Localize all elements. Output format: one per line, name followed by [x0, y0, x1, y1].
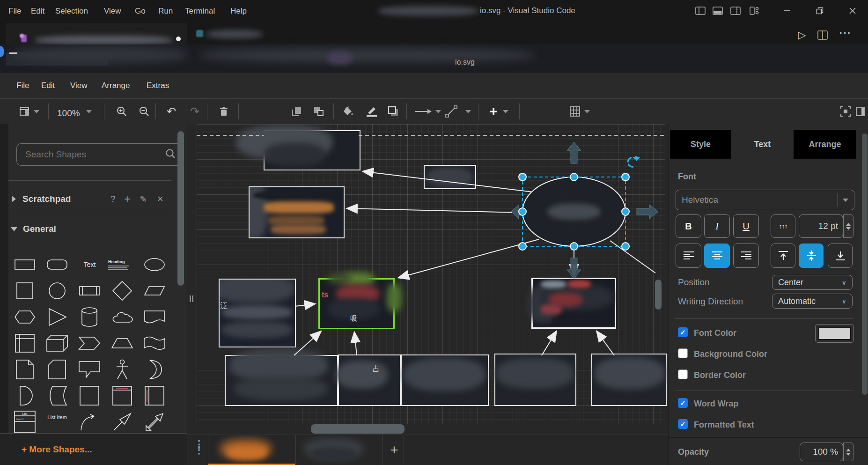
zoom-level[interactable]: 100% — [57, 108, 85, 118]
shape-card[interactable] — [43, 358, 71, 381]
shape-or[interactable] — [140, 358, 169, 381]
word-wrap-checkbox[interactable]: ✓ — [678, 398, 688, 408]
scratchpad-help-icon[interactable]: ? — [110, 189, 116, 209]
menu-edit[interactable]: Edit — [26, 0, 49, 22]
shadow-icon[interactable] — [386, 104, 401, 118]
format-panel-scrollbar[interactable] — [862, 133, 868, 395]
shape-directional-arrow[interactable] — [108, 410, 136, 434]
menu-file[interactable]: File — [4, 0, 26, 22]
menu-help[interactable]: Help — [226, 0, 251, 22]
waypoints-dropdown[interactable] — [464, 104, 472, 118]
drawio-menu-edit[interactable]: Edit — [41, 73, 55, 98]
valign-bottom-button[interactable] — [828, 244, 853, 268]
view-panel-dropdown[interactable] — [33, 104, 40, 118]
shape-ellipse[interactable] — [140, 253, 169, 276]
shape-step[interactable] — [75, 332, 103, 355]
menu-terminal[interactable]: Terminal — [180, 0, 220, 22]
split-editor-icon[interactable] — [817, 30, 828, 42]
position-select[interactable]: Center∨ — [772, 275, 853, 290]
canvas-horizontal-scrollbar[interactable] — [311, 424, 405, 434]
connection-icon[interactable] — [414, 104, 433, 118]
shape-rectangle[interactable] — [11, 253, 39, 276]
tab-arrange[interactable]: Arrange — [794, 130, 856, 159]
shape-triangle[interactable] — [43, 305, 71, 329]
background-color-checkbox[interactable] — [678, 348, 688, 358]
customize-layout-icon[interactable] — [748, 6, 760, 16]
table-dropdown[interactable] — [583, 104, 591, 118]
drawio-menu-view[interactable]: View — [70, 73, 88, 98]
font-color-checkbox[interactable]: ✓ — [678, 327, 688, 337]
add-page-button[interactable]: + — [384, 439, 405, 461]
underline-button[interactable]: U — [733, 214, 759, 238]
shape-callout[interactable] — [75, 358, 103, 381]
close-button[interactable] — [846, 6, 859, 16]
menu-view[interactable]: View — [99, 0, 126, 22]
run-button[interactable]: ▷ — [796, 29, 808, 41]
sidebar-collapse-handle[interactable] — [192, 295, 193, 302]
view-panel-icon[interactable] — [17, 104, 32, 118]
shape-and[interactable] — [11, 384, 39, 407]
shape-actor[interactable] — [108, 358, 136, 381]
insert-icon[interactable]: + — [486, 104, 501, 118]
writing-direction-select[interactable]: Automatic∨ — [772, 294, 853, 309]
search-input[interactable] — [24, 149, 165, 160]
menu-run[interactable]: Run — [154, 0, 177, 22]
align-center-button[interactable] — [704, 244, 730, 268]
canvas-vertical-scrollbar[interactable] — [655, 280, 662, 310]
modified-indicator-dot[interactable] — [176, 37, 181, 41]
shape-tape[interactable] — [140, 332, 169, 355]
font-color-swatch-button[interactable] — [815, 324, 854, 343]
shape-container[interactable] — [75, 384, 103, 407]
line-color-icon[interactable] — [364, 104, 379, 118]
active-editor-tab[interactable] — [6, 23, 187, 44]
toggle-sidebar-icon[interactable] — [694, 6, 706, 16]
shape-document[interactable] — [140, 305, 169, 329]
toggle-panel-icon[interactable] — [712, 6, 724, 16]
align-right-button[interactable] — [733, 244, 759, 268]
sidebar-collapse-handle[interactable] — [190, 295, 191, 302]
shape-list-item[interactable]: List Item — [43, 406, 71, 435]
scratchpad-add-icon[interactable]: + — [124, 189, 130, 209]
restore-button[interactable] — [814, 6, 826, 16]
shape-note[interactable] — [11, 358, 39, 381]
waypoints-icon[interactable] — [444, 104, 459, 118]
font-size-input[interactable]: 12 pt — [799, 214, 843, 238]
italic-button[interactable]: I — [704, 214, 730, 238]
general-section-header[interactable]: General — [8, 219, 171, 239]
diagram-canvas[interactable]: 泛 ts 吸 占 — [187, 124, 668, 435]
pages-menu-icon[interactable]: ⋮⋮ — [194, 442, 203, 458]
shape-list[interactable]: ListItem 1 — [11, 410, 39, 434]
search-icon[interactable] — [165, 148, 176, 161]
delete-icon[interactable] — [216, 104, 231, 118]
bold-button[interactable]: B — [676, 214, 701, 238]
zoom-dropdown[interactable] — [85, 104, 93, 118]
opacity-stepper[interactable] — [843, 443, 853, 461]
shape-heading[interactable]: Heading — [108, 253, 136, 276]
more-shapes-button[interactable]: + More Shapes... — [0, 433, 187, 465]
format-panel-toggle-icon[interactable] — [853, 104, 868, 118]
shape-diamond[interactable] — [108, 279, 136, 303]
page-tab-2[interactable] — [296, 435, 382, 465]
zoom-out-icon[interactable] — [137, 104, 152, 118]
rotate-handle-icon[interactable] — [628, 156, 640, 167]
menu-go[interactable]: Go — [130, 0, 150, 22]
shape-parallelogram[interactable] — [140, 279, 169, 303]
search-shapes-box[interactable] — [16, 143, 182, 166]
shape-text[interactable]: Text — [75, 253, 103, 276]
font-family-select[interactable]: Helvetica — [676, 190, 854, 210]
opacity-input[interactable]: 100 % — [800, 443, 843, 461]
shape-rounded-rectangle[interactable] — [43, 253, 71, 276]
border-color-checkbox[interactable] — [678, 369, 688, 379]
shape-hexagon[interactable] — [11, 305, 39, 329]
scratchpad-edit-icon[interactable]: ✎ — [140, 189, 147, 209]
menu-selection[interactable]: Selection — [51, 0, 93, 22]
shape-cylinder[interactable] — [75, 305, 103, 329]
align-left-button[interactable] — [676, 244, 701, 268]
zoom-in-icon[interactable] — [114, 104, 129, 118]
shape-horizontal-container[interactable] — [140, 384, 169, 407]
shape-trapezoid[interactable] — [108, 332, 136, 355]
shape-process[interactable] — [75, 279, 103, 303]
shape-circle[interactable] — [43, 279, 71, 303]
undo-icon[interactable]: ↶ — [164, 104, 179, 118]
shape-internal-storage[interactable] — [11, 332, 39, 355]
